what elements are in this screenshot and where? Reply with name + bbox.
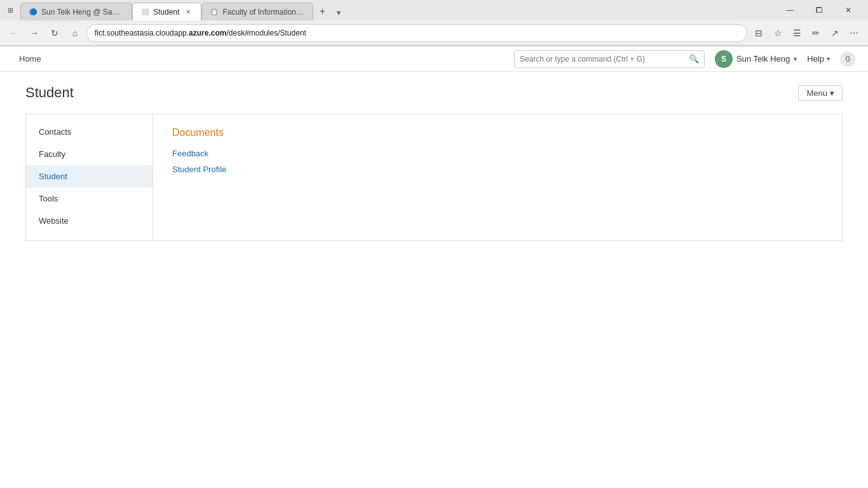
window-controls-left: ⊞ bbox=[5, 5, 15, 15]
toolbar-icons: ⊟ ☆ ☰ ✏ ↗ ⋯ bbox=[750, 24, 863, 42]
sidebar-toggle-icon[interactable]: ⊟ bbox=[750, 24, 768, 42]
menu-dropdown-arrow: ▾ bbox=[830, 88, 834, 98]
favorites-star-icon[interactable]: ☆ bbox=[769, 24, 787, 42]
feedback-link[interactable]: Feedback bbox=[172, 149, 823, 158]
tab3-favicon: 📋 bbox=[210, 8, 219, 17]
new-tab-button[interactable]: + bbox=[313, 3, 331, 20]
avatar: S bbox=[715, 50, 733, 68]
app-nav-bar: Home 🔍 S Sun Teik Heng ▾ Help ▾ 0 bbox=[0, 46, 868, 72]
reading-list-icon[interactable]: ☰ bbox=[788, 24, 806, 42]
tab2-close-button[interactable]: ✕ bbox=[183, 7, 193, 17]
address-bar[interactable]: fict.southeastasia.cloudapp.azure.com/de… bbox=[86, 24, 747, 42]
page-title: Student bbox=[25, 85, 74, 101]
documents-panel: Documents Feedback Student Profile bbox=[153, 114, 842, 240]
help-button[interactable]: Help ▾ bbox=[807, 54, 830, 64]
sidebar-item-faculty[interactable]: Faculty bbox=[26, 143, 153, 165]
menu-button[interactable]: Menu ▾ bbox=[798, 85, 843, 101]
browser-tab-2[interactable]: ⬜ Student ✕ bbox=[132, 3, 201, 20]
window-controls-right: — ⧠ ✕ bbox=[775, 0, 863, 20]
home-nav-button[interactable]: ⌂ bbox=[66, 24, 84, 42]
tab1-title: Sun Teik Heng @ San Teik H bbox=[41, 8, 124, 17]
student-profile-link[interactable]: Student Profile bbox=[172, 165, 823, 174]
restore-button[interactable]: ⧠ bbox=[804, 0, 834, 20]
help-label: Help bbox=[807, 54, 824, 64]
tabs-container: 🔵 Sun Teik Heng @ San Teik H ⬜ Student ✕… bbox=[20, 0, 775, 20]
address-text: fict.southeastasia.cloudapp.azure.com/de… bbox=[95, 29, 739, 37]
search-input[interactable] bbox=[520, 55, 685, 64]
main-layout: Contacts Faculty Student Tools Website D… bbox=[25, 114, 843, 241]
user-dropdown-arrow: ▾ bbox=[794, 55, 797, 62]
page-header: Student Menu ▾ bbox=[25, 85, 843, 101]
browser-tab-1[interactable]: 🔵 Sun Teik Heng @ San Teik H bbox=[20, 3, 132, 20]
tab2-favicon: ⬜ bbox=[140, 8, 149, 17]
documents-title: Documents bbox=[172, 127, 823, 139]
help-dropdown-arrow: ▾ bbox=[827, 55, 830, 62]
tab3-title: Faculty of Information Comi bbox=[222, 8, 305, 17]
browser-tab-3[interactable]: 📋 Faculty of Information Comi bbox=[201, 3, 313, 20]
page-content: Student Menu ▾ Contacts Faculty Student … bbox=[0, 72, 868, 254]
global-search[interactable]: 🔍 bbox=[514, 50, 705, 68]
reload-button[interactable]: ↻ bbox=[46, 24, 64, 42]
sidebar-item-student[interactable]: Student bbox=[26, 165, 153, 187]
search-icon: 🔍 bbox=[689, 54, 699, 64]
back-button[interactable]: ← bbox=[5, 24, 23, 42]
minimize-button[interactable]: — bbox=[775, 0, 804, 20]
forward-button[interactable]: → bbox=[25, 24, 43, 42]
sidebar-item-contacts[interactable]: Contacts bbox=[26, 121, 153, 143]
more-options-icon[interactable]: ⋯ bbox=[845, 24, 863, 42]
tab2-title: Student bbox=[153, 8, 179, 17]
tab1-favicon: 🔵 bbox=[29, 8, 37, 17]
notification-badge[interactable]: 0 bbox=[840, 51, 855, 67]
share-icon[interactable]: ↗ bbox=[826, 24, 844, 42]
tab-grid-icon[interactable]: ⊞ bbox=[5, 5, 15, 15]
home-link[interactable]: Home bbox=[13, 54, 48, 64]
sidebar-item-tools[interactable]: Tools bbox=[26, 187, 153, 210]
tab-list-button[interactable]: ▾ bbox=[331, 5, 346, 20]
sidebar-item-website[interactable]: Website bbox=[26, 210, 153, 232]
user-menu[interactable]: S Sun Teik Heng ▾ bbox=[715, 50, 797, 68]
address-bar-row: ← → ↻ ⌂ fict.southeastasia.cloudapp.azur… bbox=[0, 20, 868, 46]
sidebar: Contacts Faculty Student Tools Website bbox=[26, 114, 153, 240]
pen-icon[interactable]: ✏ bbox=[807, 24, 825, 42]
user-name-label: Sun Teik Heng bbox=[736, 54, 790, 64]
close-button[interactable]: ✕ bbox=[834, 0, 863, 20]
menu-label: Menu bbox=[806, 88, 827, 98]
